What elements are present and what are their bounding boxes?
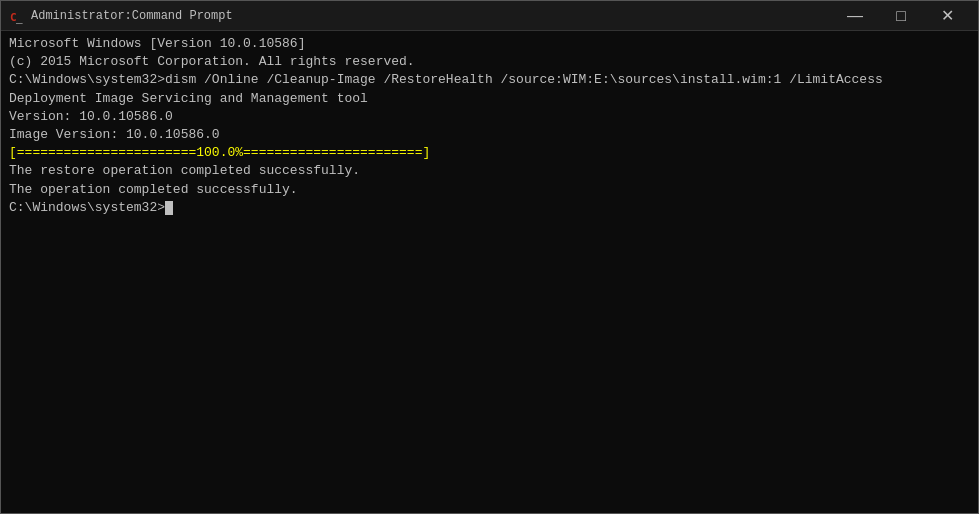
console-line: The operation completed successfully. [9, 181, 970, 199]
close-button[interactable]: ✕ [924, 1, 970, 31]
console-line: Deployment Image Servicing and Managemen… [9, 90, 970, 108]
titlebar-controls: — □ ✕ [832, 1, 970, 31]
console-line: Microsoft Windows [Version 10.0.10586] [9, 35, 970, 53]
window-title: Command Prompt [132, 9, 233, 23]
console-area[interactable]: Microsoft Windows [Version 10.0.10586](c… [1, 31, 978, 513]
cmd-icon: C _ [9, 8, 25, 24]
console-line: Image Version: 10.0.10586.0 [9, 126, 970, 144]
console-line: (c) 2015 Microsoft Corporation. All righ… [9, 53, 970, 71]
console-line: C:\Windows\system32> [9, 199, 970, 217]
maximize-button[interactable]: □ [878, 1, 924, 31]
console-line: Version: 10.0.10586.0 [9, 108, 970, 126]
console-line: C:\Windows\system32>dism /Online /Cleanu… [9, 71, 970, 89]
console-line: The restore operation completed successf… [9, 162, 970, 180]
window: C _ Administrator: Command Prompt — □ ✕ … [0, 0, 979, 514]
minimize-button[interactable]: — [832, 1, 878, 31]
console-line: [=======================100.0%==========… [9, 144, 970, 162]
svg-text:_: _ [16, 11, 23, 24]
titlebar-title: Administrator: Command Prompt [31, 9, 832, 23]
cursor [165, 201, 173, 215]
titlebar: C _ Administrator: Command Prompt — □ ✕ [1, 1, 978, 31]
admin-label: Administrator: [31, 9, 132, 23]
